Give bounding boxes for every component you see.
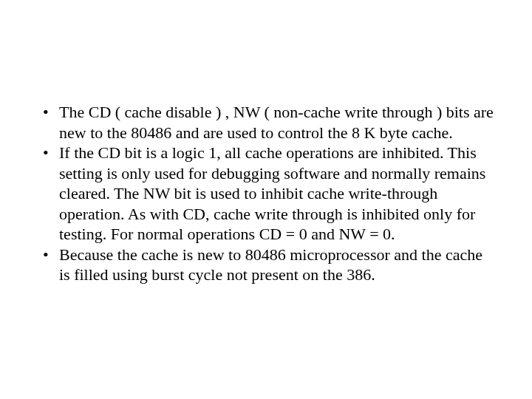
list-item: The CD ( cache disable ) , NW ( non-cach… bbox=[37, 102, 495, 143]
bullet-list: The CD ( cache disable ) , NW ( non-cach… bbox=[37, 102, 495, 285]
bullet-text: Because the cache is new to 80486 microp… bbox=[59, 245, 482, 284]
list-item: If the CD bit is a logic 1, all cache op… bbox=[37, 143, 495, 245]
bullet-text: The CD ( cache disable ) , NW ( non-cach… bbox=[59, 103, 494, 142]
bullet-text: If the CD bit is a logic 1, all cache op… bbox=[59, 143, 485, 243]
list-item: Because the cache is new to 80486 microp… bbox=[37, 245, 495, 285]
